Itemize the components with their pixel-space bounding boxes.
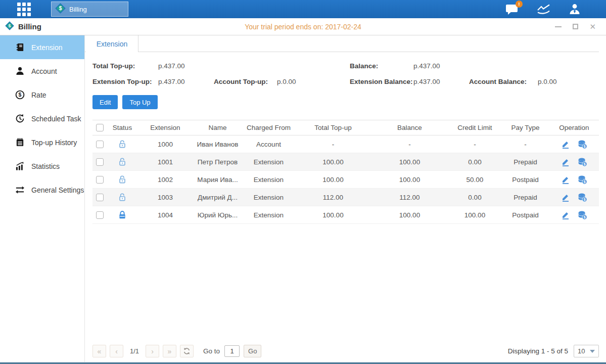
page-size-select[interactable]: 10 <box>574 345 599 357</box>
cell-total-topup: 100.00 <box>295 211 371 219</box>
cell-pay-type: Prepaid <box>501 194 549 201</box>
cell-charged-from: Account <box>242 141 295 148</box>
billing-window: $ Billing ! <box>0 0 606 364</box>
cell-balance: 100.00 <box>371 176 448 184</box>
topup-row-icon[interactable]: $ <box>578 140 587 149</box>
column-header-status: Status <box>107 124 137 131</box>
edit-row-icon[interactable] <box>561 157 570 166</box>
edit-row-icon[interactable] <box>561 210 570 219</box>
window-bottom-border <box>0 362 606 364</box>
row-checkbox[interactable] <box>96 211 104 219</box>
column-header-credit-limit: Credit Limit <box>448 124 501 131</box>
sidebar-item-rate[interactable]: $ Rate <box>0 83 84 107</box>
sidebar-item-account[interactable]: Account <box>0 59 84 83</box>
topup-button[interactable]: Top Up <box>122 95 157 109</box>
row-checkbox[interactable] <box>96 176 104 184</box>
sidebar-item-general-settings[interactable]: General Settings <box>0 178 84 202</box>
window-titlebar: Your trial period ends on: 2017-02-24 $ … <box>0 18 606 35</box>
maximize-icon[interactable] <box>573 22 578 31</box>
refresh-button[interactable] <box>180 345 194 357</box>
cell-balance: 112.00 <box>371 194 448 201</box>
main-content: Extension Total Top-up: p.437.00 Extensi… <box>85 35 606 362</box>
sidebar-item-label: Top-up History <box>31 139 77 147</box>
cell-extension: 1001 <box>137 158 193 166</box>
column-header-operation: Operation <box>549 124 599 131</box>
sidebar-item-statistics[interactable]: Statistics <box>0 154 84 178</box>
resource-monitor-icon[interactable] <box>537 4 550 15</box>
table-header: Status Extension Name Charged From Total… <box>92 120 599 135</box>
row-checkbox[interactable] <box>96 194 104 201</box>
cell-name: Иван Иванов <box>193 141 242 148</box>
status-cell <box>107 175 137 184</box>
app-grid-icon[interactable] <box>17 3 31 16</box>
ledger-icon <box>15 42 25 52</box>
total-topup-value: p.437.00 <box>158 62 185 70</box>
operation-cell: $ <box>549 140 599 149</box>
status-cell <box>107 140 137 149</box>
topup-row-icon[interactable]: $ <box>578 175 587 185</box>
taskbar: $ Billing ! <box>0 0 606 18</box>
toolbar: Edit Top Up <box>92 95 599 109</box>
topup-row-icon[interactable]: $ <box>578 157 587 167</box>
user-icon[interactable] <box>569 3 581 15</box>
status-unlocked-icon <box>118 193 127 202</box>
sidebar-item-label: Extension <box>31 43 62 52</box>
chat-icon[interactable]: ! <box>505 4 519 15</box>
taskbar-billing-tab[interactable]: $ Billing <box>51 2 128 17</box>
cell-charged-from: Extension <box>242 211 295 219</box>
cell-balance: 100.00 <box>371 158 448 166</box>
column-header-total-topup: Total Top-up <box>295 124 371 131</box>
goto-page-input[interactable] <box>224 345 240 357</box>
tabstrip: Extension <box>85 35 599 52</box>
minimize-icon[interactable] <box>555 22 562 31</box>
table-row: 1004 Юрий Юрь... Extension 100.00 100.00… <box>92 206 599 224</box>
sidebar-item-topup-history[interactable]: Top-up History <box>0 130 84 154</box>
column-header-name: Name <box>193 124 242 131</box>
topup-row-icon[interactable]: $ <box>578 193 587 202</box>
next-page-button[interactable]: › <box>146 345 159 357</box>
cell-pay-type: - <box>501 141 549 148</box>
close-icon[interactable]: ✕ <box>589 22 596 31</box>
cell-charged-from: Extension <box>242 194 295 201</box>
clock-icon <box>15 114 25 123</box>
summary-panel: Total Top-up: p.437.00 Extension Top-up:… <box>92 61 599 87</box>
cell-total-topup: 112.00 <box>295 194 371 201</box>
column-header-balance: Balance <box>371 124 448 131</box>
cell-extension: 1004 <box>137 211 193 219</box>
table-row: 1001 Петр Петров Extension 100.00 100.00… <box>92 153 599 171</box>
edit-button[interactable]: Edit <box>92 95 118 109</box>
tab-extension[interactable]: Extension <box>86 35 138 52</box>
last-page-button[interactable]: » <box>163 345 176 357</box>
status-cell <box>107 157 137 166</box>
cell-credit-limit: 50.00 <box>448 176 501 184</box>
go-button[interactable]: Go <box>244 345 261 357</box>
prev-page-button[interactable]: ‹ <box>110 345 123 357</box>
cell-name: Петр Петров <box>193 158 242 166</box>
notification-badge: ! <box>516 1 523 8</box>
dollar-circle-icon: $ <box>15 90 25 100</box>
extension-topup-value: p.437.00 <box>158 78 214 85</box>
sidebar-item-extension[interactable]: Extension <box>0 35 84 59</box>
row-checkbox[interactable] <box>96 141 104 148</box>
cell-credit-limit: - <box>448 141 501 148</box>
table-row: 1003 Дмитрий Д... Extension 112.00 112.0… <box>92 189 599 206</box>
edit-row-icon[interactable] <box>561 140 570 149</box>
first-page-button[interactable]: « <box>92 345 106 357</box>
select-all-checkbox[interactable] <box>96 124 104 131</box>
cell-balance: 100.00 <box>371 211 448 219</box>
cell-pay-type: Postpaid <box>501 211 549 219</box>
edit-row-icon[interactable] <box>561 193 570 202</box>
cell-total-topup: - <box>295 141 371 148</box>
sidebar-item-scheduled-task[interactable]: Scheduled Task <box>0 107 84 130</box>
account-topup-label: Account Top-up: <box>214 78 277 85</box>
row-checkbox[interactable] <box>96 158 104 166</box>
cell-charged-from: Extension <box>242 158 295 166</box>
cell-name: Юрий Юрь... <box>193 211 242 219</box>
balance-label: Balance: <box>350 62 413 70</box>
topup-row-icon[interactable]: $ <box>578 210 587 220</box>
extension-balance-value: p.437.00 <box>413 78 469 85</box>
page-indicator: 1/1 <box>127 347 142 355</box>
table-row: 1000 Иван Иванов Account - - - - <box>92 135 599 153</box>
edit-row-icon[interactable] <box>561 175 570 184</box>
extension-topup-label: Extension Top-up: <box>92 78 158 85</box>
